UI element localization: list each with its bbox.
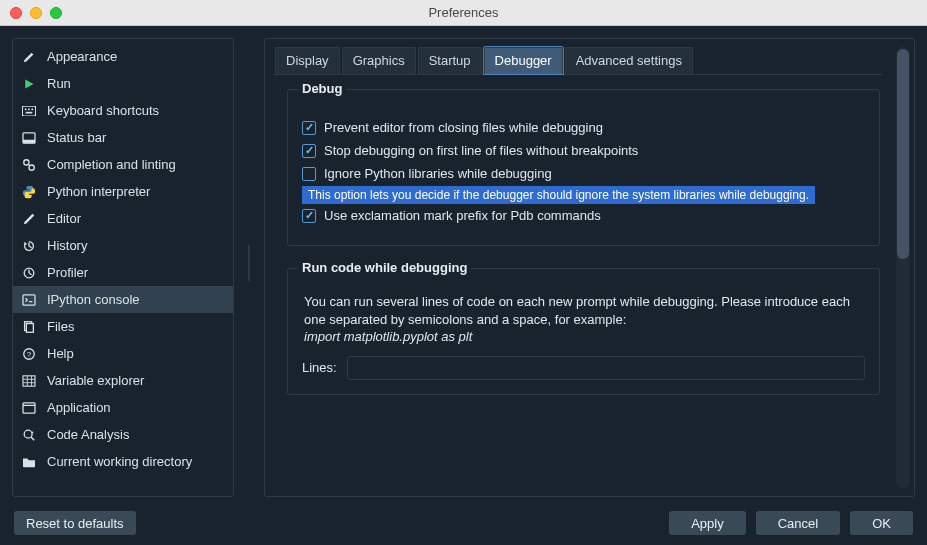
sidebar-item-label: Python interpreter — [47, 184, 150, 199]
sidebar-item-run[interactable]: Run — [13, 70, 233, 97]
debug-option-1-checkbox[interactable] — [302, 144, 316, 158]
sidebar-item-completion-and-linting[interactable]: Completion and linting — [13, 151, 233, 178]
lines-label: Lines: — [302, 360, 337, 375]
reset-defaults-button[interactable]: Reset to defaults — [14, 511, 136, 535]
files-icon — [21, 319, 37, 335]
pencil-icon — [21, 211, 37, 227]
sidebar-item-variable-explorer[interactable]: Variable explorer — [13, 367, 233, 394]
svg-rect-2 — [28, 108, 30, 110]
sidebar-item-label: Run — [47, 76, 71, 91]
sidebar-item-application[interactable]: Application — [13, 394, 233, 421]
run-code-group-title: Run code while debugging — [298, 260, 471, 275]
sidebar-item-current-working-directory[interactable]: Current working directory — [13, 448, 233, 475]
titlebar: Preferences — [0, 0, 927, 26]
sidebar-item-label: Help — [47, 346, 74, 361]
python-icon — [21, 184, 37, 200]
run-code-group: Run code while debugging You can run sev… — [287, 268, 880, 395]
sidebar-item-status-bar[interactable]: Status bar — [13, 124, 233, 151]
lines-input[interactable] — [347, 356, 865, 380]
help-icon: ? — [21, 346, 37, 362]
debug-option-0-checkbox[interactable] — [302, 121, 316, 135]
cancel-button[interactable]: Cancel — [756, 511, 840, 535]
apply-button[interactable]: Apply — [669, 511, 746, 535]
sidebar-item-label: History — [47, 238, 87, 253]
sidebar-item-code-analysis[interactable]: Code Analysis — [13, 421, 233, 448]
svg-rect-13 — [23, 294, 35, 304]
svg-rect-0 — [22, 106, 35, 116]
debug-option-0-label: Prevent editor from closing files while … — [324, 120, 603, 135]
folder-icon — [21, 454, 37, 470]
debug-group: Debug Prevent editor from closing files … — [287, 89, 880, 246]
history-icon — [21, 238, 37, 254]
preferences-sidebar: AppearanceRunKeyboard shortcutsStatus ba… — [12, 38, 234, 497]
completion-icon — [21, 157, 37, 173]
sidebar-item-help[interactable]: ?Help — [13, 340, 233, 367]
vertical-scrollbar[interactable] — [896, 47, 910, 488]
app-icon — [21, 400, 37, 416]
dialog-footer: Reset to defaults Apply Cancel OK — [0, 501, 927, 545]
sidebar-item-label: Code Analysis — [47, 427, 129, 442]
table-icon — [21, 373, 37, 389]
sidebar-item-files[interactable]: Files — [13, 313, 233, 340]
statusbar-icon — [21, 130, 37, 146]
svg-rect-23 — [23, 402, 35, 412]
splitter-handle[interactable] — [244, 38, 254, 497]
svg-line-12 — [29, 273, 32, 275]
content-pane: DisplayGraphicsStartupDebuggerAdvanced s… — [264, 38, 915, 497]
svg-rect-15 — [26, 323, 33, 332]
sidebar-item-label: Files — [47, 319, 74, 334]
console-icon — [21, 292, 37, 308]
debug-option-2-label: Ignore Python libraries while debugging — [324, 166, 552, 181]
debug-option-2: Ignore Python libraries while debuggingT… — [302, 166, 865, 181]
tab-debugger[interactable]: Debugger — [484, 47, 563, 74]
sidebar-item-ipython-console[interactable]: IPython console — [13, 286, 233, 313]
svg-rect-6 — [23, 139, 35, 142]
tab-display[interactable]: Display — [275, 47, 340, 74]
sidebar-item-history[interactable]: History — [13, 232, 233, 259]
scrollbar-thumb[interactable] — [897, 49, 909, 259]
svg-line-9 — [28, 164, 30, 166]
sidebar-item-appearance[interactable]: Appearance — [13, 43, 233, 70]
window-title: Preferences — [0, 5, 927, 20]
keyboard-icon — [21, 103, 37, 119]
debug-group-title: Debug — [298, 81, 346, 96]
sidebar-item-profiler[interactable]: Profiler — [13, 259, 233, 286]
play-icon — [21, 76, 37, 92]
debug-option-2-tooltip: This option lets you decide if the debug… — [302, 186, 815, 204]
ok-button[interactable]: OK — [850, 511, 913, 535]
sidebar-item-keyboard-shortcuts[interactable]: Keyboard shortcuts — [13, 97, 233, 124]
debug-option-1: Stop debugging on first line of files wi… — [302, 143, 865, 158]
debug-option-4-checkbox[interactable] — [302, 209, 316, 223]
tab-advanced-settings[interactable]: Advanced settings — [565, 47, 693, 74]
sidebar-item-label: Appearance — [47, 49, 117, 64]
debug-option-2-checkbox[interactable] — [302, 167, 316, 181]
sidebar-item-label: IPython console — [47, 292, 140, 307]
sidebar-item-label: Keyboard shortcuts — [47, 103, 159, 118]
tab-graphics[interactable]: Graphics — [342, 47, 416, 74]
sidebar-item-label: Current working directory — [47, 454, 192, 469]
brush-icon — [21, 49, 37, 65]
sidebar-item-editor[interactable]: Editor — [13, 205, 233, 232]
svg-point-27 — [32, 431, 34, 433]
sidebar-item-label: Variable explorer — [47, 373, 144, 388]
svg-rect-1 — [25, 108, 27, 110]
profiler-icon — [21, 265, 37, 281]
svg-rect-4 — [26, 111, 33, 113]
svg-line-26 — [31, 437, 34, 440]
svg-rect-18 — [23, 375, 35, 385]
svg-rect-3 — [32, 108, 34, 110]
debug-option-4: Use exclamation mark prefix for Pdb comm… — [302, 208, 865, 223]
sidebar-item-label: Editor — [47, 211, 81, 226]
tab-startup[interactable]: Startup — [418, 47, 482, 74]
sidebar-item-label: Completion and linting — [47, 157, 176, 172]
sidebar-item-python-interpreter[interactable]: Python interpreter — [13, 178, 233, 205]
svg-text:?: ? — [27, 349, 32, 358]
debug-option-4-label: Use exclamation mark prefix for Pdb comm… — [324, 208, 601, 223]
analysis-icon — [21, 427, 37, 443]
debug-option-0: Prevent editor from closing files while … — [302, 120, 865, 135]
sidebar-item-label: Application — [47, 400, 111, 415]
run-code-description: You can run several lines of code on eac… — [304, 293, 865, 346]
tab-bar: DisplayGraphicsStartupDebuggerAdvanced s… — [273, 47, 882, 75]
sidebar-item-label: Status bar — [47, 130, 106, 145]
sidebar-item-label: Profiler — [47, 265, 88, 280]
